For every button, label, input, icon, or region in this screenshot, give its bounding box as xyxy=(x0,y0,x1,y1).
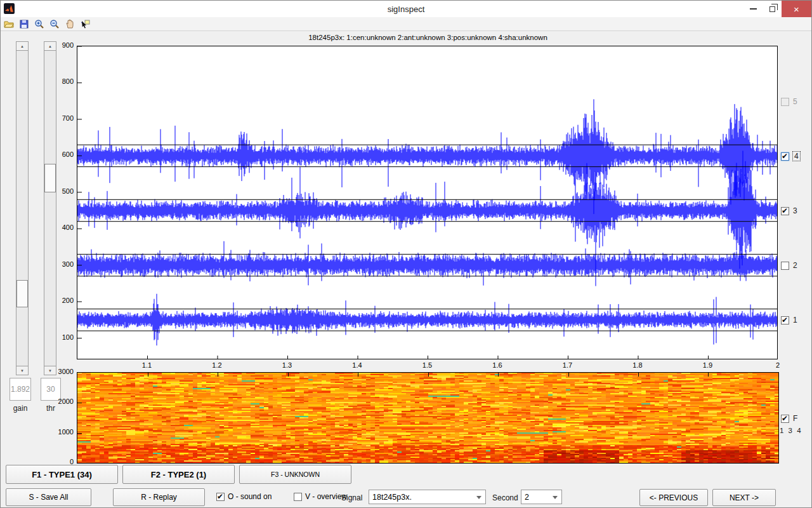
second-label: Second xyxy=(492,493,518,502)
main-y-tick-label: 200 xyxy=(55,297,74,304)
title-bar: sigInspect × xyxy=(1,1,811,17)
sound-toggle[interactable]: O - sound on xyxy=(216,492,272,501)
chevron-down-icon xyxy=(553,496,558,499)
spectrogram-y-tick-label: 2000 xyxy=(55,398,74,405)
x-tick-label: 1.9 xyxy=(697,361,719,369)
second-select[interactable]: 2 xyxy=(521,490,562,504)
channel-4-label: 4 xyxy=(793,152,800,161)
sound-label: O - sound on xyxy=(228,492,272,501)
main-y-tick-label: 500 xyxy=(55,187,74,195)
f-toggle[interactable]: F xyxy=(781,414,797,423)
main-y-tick-label: 600 xyxy=(55,150,74,158)
signal-label: Signal xyxy=(341,493,362,502)
x-tick-label: 1.8 xyxy=(627,361,648,369)
spectrogram[interactable] xyxy=(77,372,779,464)
f-checkbox[interactable] xyxy=(781,415,789,423)
gain-label: gain xyxy=(10,404,31,413)
x-tick-label: 1.5 xyxy=(417,361,438,369)
zoom-in-icon[interactable] xyxy=(34,18,45,30)
gain-slider-up-arrow[interactable]: ▲ xyxy=(16,41,29,51)
x-tick-label: 1.2 xyxy=(206,361,228,369)
x-tick-label: 1.3 xyxy=(277,361,298,369)
window-title: sigInspect xyxy=(1,4,811,14)
channel-toggle-4[interactable]: 4 xyxy=(781,152,800,161)
previous-button[interactable]: <- PREVIOUS xyxy=(639,489,708,506)
signal-select-value: 18t245p3x. xyxy=(372,493,412,502)
minimize-icon xyxy=(750,8,757,10)
f-annotation-list: 1 3 4 xyxy=(780,427,802,434)
channel-5-label: 5 xyxy=(793,97,797,106)
save-icon[interactable] xyxy=(18,18,30,30)
main-y-tick-label: 700 xyxy=(55,114,74,122)
figure-toolbar xyxy=(1,17,811,31)
minimize-button[interactable] xyxy=(743,1,763,17)
main-y-tick-label: 300 xyxy=(55,260,74,268)
f1-type1-button[interactable]: F1 - TYPE1 (34) xyxy=(6,465,118,484)
gain-slider-thumb[interactable] xyxy=(16,280,28,307)
signal-title: 18t245p3x: 1:cen:unknown 2:ant:unknown 3… xyxy=(77,34,779,41)
main-y-tick-label: 400 xyxy=(55,224,74,231)
restore-button[interactable] xyxy=(763,1,782,17)
thr-slider-track[interactable] xyxy=(44,51,56,366)
signal-plot[interactable] xyxy=(77,46,778,359)
second-select-value: 2 xyxy=(525,493,529,502)
channel-toggle-3[interactable]: 3 xyxy=(781,206,797,215)
overview-toggle[interactable]: V - overview xyxy=(294,492,347,501)
main-y-tick-label: 900 xyxy=(55,41,74,49)
spectrogram-y-tick-label: 3000 xyxy=(55,368,74,375)
x-tick-label: 2 xyxy=(767,361,789,369)
channel-4-checkbox[interactable] xyxy=(781,152,789,161)
x-tick-label: 1.6 xyxy=(487,361,508,369)
channel-5-checkbox[interactable] xyxy=(781,98,789,106)
f2-type2-button[interactable]: F2 - TYPE2 (1) xyxy=(122,465,235,484)
channel-1-checkbox[interactable] xyxy=(781,316,789,324)
channel-toggle-5[interactable]: 5 xyxy=(781,97,797,106)
replay-button[interactable]: R - Replay xyxy=(113,488,205,506)
chevron-down-icon xyxy=(476,496,481,499)
thr-slider[interactable]: ▲ ▼ xyxy=(44,41,56,375)
f3-unknown-button[interactable]: F3 - UNKNOWN xyxy=(239,465,351,484)
channel-3-label: 3 xyxy=(793,206,797,215)
data-cursor-icon[interactable] xyxy=(79,18,91,30)
spectrogram-y-tick-label: 1000 xyxy=(55,428,74,436)
sound-checkbox[interactable] xyxy=(216,493,225,501)
restore-icon xyxy=(769,6,775,12)
gain-slider-down-arrow[interactable]: ▼ xyxy=(16,366,29,375)
gain-slider-track[interactable] xyxy=(16,51,29,366)
x-tick-label: 1.7 xyxy=(557,361,579,369)
x-tick-label: 1.4 xyxy=(346,361,368,369)
siginspect-window: sigInspect × 18t245p3x: 1:cen:unknown 2:… xyxy=(0,0,812,508)
main-y-tick-label: 800 xyxy=(55,77,74,85)
channel-2-checkbox[interactable] xyxy=(781,262,789,270)
signal-select[interactable]: 18t245p3x. xyxy=(369,490,486,504)
gain-value-field[interactable]: 1.892 xyxy=(10,378,31,401)
channel-toggle-1[interactable]: 1 xyxy=(781,316,797,324)
pan-hand-icon[interactable] xyxy=(64,18,75,30)
main-y-tick-label: 100 xyxy=(55,333,74,341)
channel-toggle-2[interactable]: 2 xyxy=(781,261,797,270)
x-tick-label: 1.1 xyxy=(136,361,158,369)
save-all-button[interactable]: S - Save All xyxy=(6,488,91,506)
overview-checkbox[interactable] xyxy=(294,493,302,501)
zoom-out-icon[interactable] xyxy=(49,18,60,30)
close-button[interactable]: × xyxy=(782,1,811,17)
next-button[interactable]: NEXT -> xyxy=(712,489,776,506)
channel-3-checkbox[interactable] xyxy=(781,207,789,215)
gain-slider[interactable]: ▲ ▼ xyxy=(16,41,29,375)
f-label: F xyxy=(793,414,797,423)
channel-2-label: 2 xyxy=(793,261,797,270)
open-file-icon[interactable] xyxy=(3,18,15,30)
channel-1-label: 1 xyxy=(793,316,797,324)
